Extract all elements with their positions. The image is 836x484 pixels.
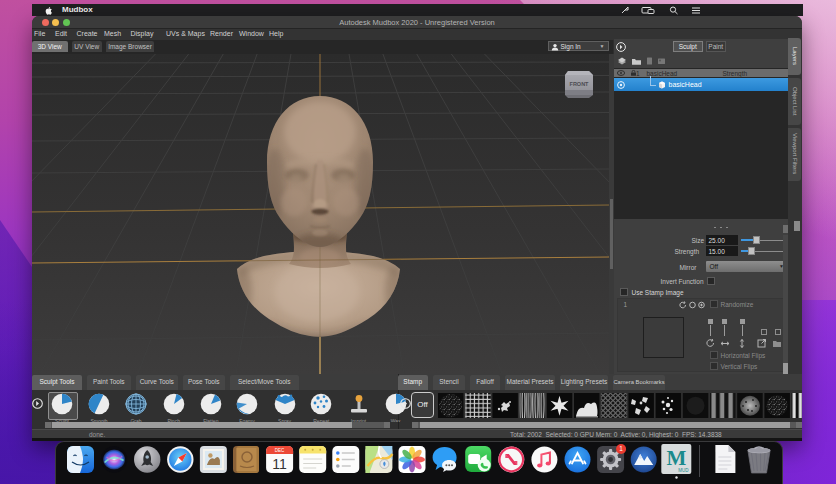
svg-text:11: 11	[272, 456, 287, 472]
svg-text:1: 1	[619, 445, 623, 452]
svg-text:MUD: MUD	[678, 468, 689, 473]
svg-text:M: M	[666, 446, 686, 470]
svg-text:DEC: DEC	[275, 448, 285, 453]
svg-text:FRONT: FRONT	[570, 81, 590, 87]
